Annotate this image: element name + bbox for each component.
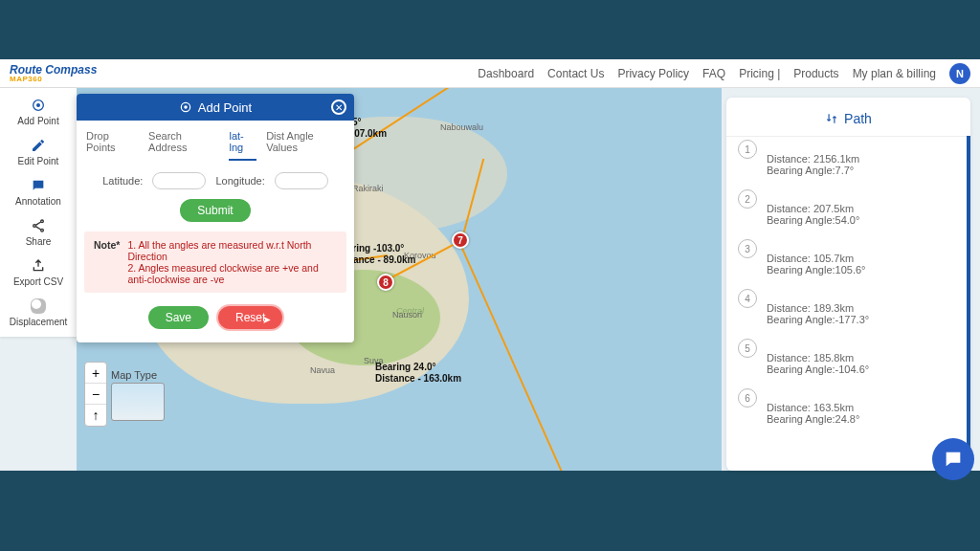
sidebar-share[interactable]: Share [0,212,77,253]
top-nav: Dashboard Contact Us Privacy Policy FAQ … [478,63,970,84]
path-bearing: Bearing Angle:105.6° [767,264,865,276]
save-button[interactable]: Save [148,306,209,329]
path-distance: Distance: 189.3km [767,302,869,314]
tab-drop-points[interactable]: Drop Points [86,130,139,161]
dialog-actions: Save Reset ➤ [77,297,354,342]
svg-point-1 [37,104,40,107]
nav-dashboard[interactable]: Dashboard [478,67,534,80]
path-index: 5 [738,339,757,358]
sidebar-item-label: Edit Point [18,156,59,166]
logo[interactable]: Route Compass MAP360 [10,64,97,83]
place-label: Nausori [392,310,422,320]
sidebar-item-label: Share [26,236,52,247]
route-node[interactable]: 7 [452,231,469,249]
zoom-in-button[interactable]: + [85,363,106,384]
sidebar-item-label: Export CSV [13,276,63,287]
close-icon[interactable]: ✕ [331,99,346,115]
brand-line2: MAP360 [10,76,97,83]
tab-search-address[interactable]: Search Address [148,130,219,161]
nav-contact[interactable]: Contact Us [547,67,604,80]
nav-pricing[interactable]: Pricing | [739,67,780,80]
dialog-tabs: Drop Points Search Address lat-lng Dist … [77,121,354,161]
svg-point-4 [41,229,44,231]
brand-line1: Route Compass [10,64,97,76]
path-title: Path [844,111,872,126]
cursor-icon: ➤ [262,314,271,326]
map-type-selector[interactable]: Map Type [111,369,165,421]
sidebar-annotation[interactable]: Annotation [0,172,77,212]
path-item[interactable]: 4Distance: 189.3kmBearing Angle:-177.3° [738,289,967,325]
map-type-thumb[interactable] [111,383,165,421]
path-list[interactable]: 1Distance: 2156.1kmBearing Angle:7.7° 2D… [726,136,970,471]
nav-plan-billing[interactable]: My plan & billing [853,67,936,80]
path-index: 6 [738,388,757,408]
path-item[interactable]: 3Distance: 105.7kmBearing Angle:105.6° [738,239,967,276]
avatar[interactable]: N [949,63,970,84]
sidebar-item-label: Annotation [15,196,61,207]
toggle-icon[interactable] [31,298,46,314]
comment-icon [31,178,46,193]
zoom-control: + − ↑ [84,362,107,427]
path-distance: Distance: 105.7km [767,253,865,264]
path-bearing: Bearing Angle:-104.6° [767,364,869,375]
path-item[interactable]: 2Distance: 207.5kmBearing Angle:54.0° [738,189,967,226]
path-bearing: Bearing Angle:24.8° [767,413,859,425]
swap-icon [825,112,838,125]
route-line [458,242,592,471]
topbar: Route Compass MAP360 Dashboard Contact U… [0,59,980,88]
add-point-dialog: Add Point ✕ Drop Points Search Address l… [77,94,354,342]
path-item[interactable]: 5Distance: 185.8kmBearing Angle:-104.6° [738,339,967,375]
path-bearing: Bearing Angle:54.0° [767,214,859,226]
svg-point-2 [41,220,44,223]
svg-point-3 [33,225,36,228]
note-body: 1. All the angles are measured w.r.t Nor… [127,239,337,285]
path-item[interactable]: 6Distance: 163.5kmBearing Angle:24.8° [738,388,967,425]
nav-faq[interactable]: FAQ [702,67,725,80]
dialog-header: Add Point ✕ [77,94,354,121]
path-index: 1 [738,140,757,159]
share-icon [31,218,46,233]
pencil-icon [31,138,46,153]
path-index: 4 [738,289,757,308]
longitude-label: Longitude: [215,175,264,187]
note-box: Note* 1. All the angles are measured w.r… [84,231,346,293]
tab-lat-lng[interactable]: lat-lng [229,130,256,161]
place-label: Rakiraki [352,184,384,193]
path-distance: Distance: 2156.1km [767,153,859,165]
place-label: Nabouwalu [440,122,483,132]
target-icon [179,100,192,114]
submit-button[interactable]: Submit [180,199,250,222]
path-item[interactable]: 1Distance: 2156.1kmBearing Angle:7.7° [738,140,967,176]
latitude-input[interactable] [152,172,206,189]
chat-fab[interactable] [932,438,974,480]
place-label: Navua [310,365,335,375]
route-node[interactable]: 8 [377,274,394,291]
path-bearing: Bearing Angle:7.7° [767,165,859,176]
path-bearing: Bearing Angle:-177.3° [767,314,869,325]
dialog-title: Add Point [198,100,252,115]
chat-icon [943,449,964,470]
path-index: 2 [738,189,757,209]
longitude-input[interactable] [275,172,328,189]
sidebar-item-label: Displacement [10,317,68,327]
export-icon [31,258,46,274]
sidebar-add-point[interactable]: Add Point [0,92,77,132]
path-distance: Distance: 163.5km [767,402,859,413]
nav-privacy[interactable]: Privacy Policy [617,67,689,80]
zoom-reset-north-button[interactable]: ↑ [85,405,106,426]
svg-point-6 [185,106,187,108]
zoom-out-button[interactable]: − [85,384,106,405]
reset-label: Reset [235,311,265,324]
reset-button[interactable]: Reset ➤ [218,306,282,329]
nav-products[interactable]: Products [793,67,838,80]
latitude-label: Latitude: [102,175,143,187]
map-overlay: Bearing 24.0°Distance - 163.0km [375,362,461,385]
path-index: 3 [738,239,757,258]
map-type-label: Map Type [111,369,165,381]
sidebar-edit-point[interactable]: Edit Point [0,132,77,172]
tab-dist-angle[interactable]: Dist Angle Values [266,130,345,161]
sidebar-export[interactable]: Export CSV [0,253,77,293]
path-panel: Path 1Distance: 2156.1kmBearing Angle:7.… [726,98,970,471]
path-panel-header: Path [726,105,970,137]
sidebar-displacement[interactable]: Displacement [0,293,77,333]
